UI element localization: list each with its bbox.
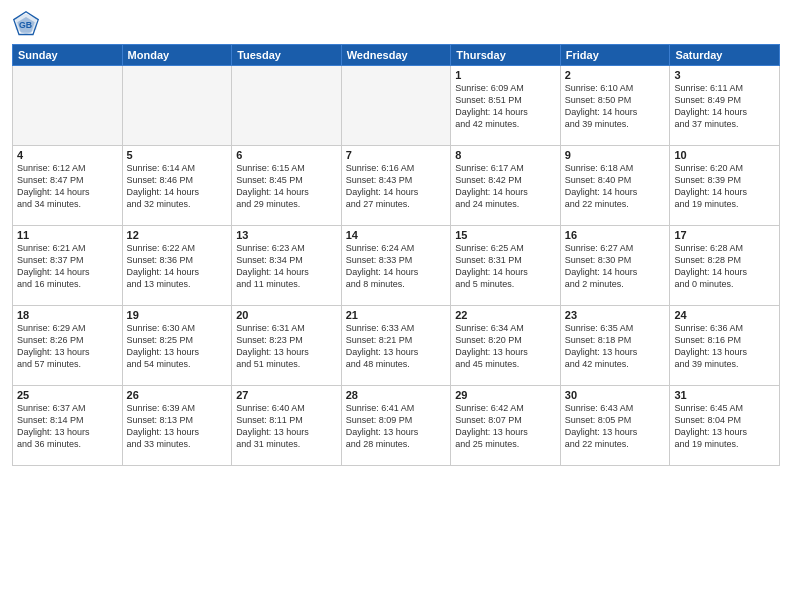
- day-detail: Sunrise: 6:09 AM Sunset: 8:51 PM Dayligh…: [455, 82, 556, 131]
- calendar-cell: 24Sunrise: 6:36 AM Sunset: 8:16 PM Dayli…: [670, 306, 780, 386]
- calendar-cell: 25Sunrise: 6:37 AM Sunset: 8:14 PM Dayli…: [13, 386, 123, 466]
- day-number: 11: [17, 229, 118, 241]
- day-number: 2: [565, 69, 666, 81]
- day-number: 29: [455, 389, 556, 401]
- calendar-cell: 14Sunrise: 6:24 AM Sunset: 8:33 PM Dayli…: [341, 226, 451, 306]
- calendar-cell: 31Sunrise: 6:45 AM Sunset: 8:04 PM Dayli…: [670, 386, 780, 466]
- calendar-cell: [13, 66, 123, 146]
- day-number: 8: [455, 149, 556, 161]
- day-detail: Sunrise: 6:29 AM Sunset: 8:26 PM Dayligh…: [17, 322, 118, 371]
- day-number: 19: [127, 309, 228, 321]
- day-detail: Sunrise: 6:45 AM Sunset: 8:04 PM Dayligh…: [674, 402, 775, 451]
- calendar-cell: 21Sunrise: 6:33 AM Sunset: 8:21 PM Dayli…: [341, 306, 451, 386]
- calendar-cell: 8Sunrise: 6:17 AM Sunset: 8:42 PM Daylig…: [451, 146, 561, 226]
- calendar-week-1: 1Sunrise: 6:09 AM Sunset: 8:51 PM Daylig…: [13, 66, 780, 146]
- day-detail: Sunrise: 6:17 AM Sunset: 8:42 PM Dayligh…: [455, 162, 556, 211]
- day-detail: Sunrise: 6:30 AM Sunset: 8:25 PM Dayligh…: [127, 322, 228, 371]
- calendar-cell: 12Sunrise: 6:22 AM Sunset: 8:36 PM Dayli…: [122, 226, 232, 306]
- calendar-cell: 11Sunrise: 6:21 AM Sunset: 8:37 PM Dayli…: [13, 226, 123, 306]
- day-number: 28: [346, 389, 447, 401]
- day-detail: Sunrise: 6:33 AM Sunset: 8:21 PM Dayligh…: [346, 322, 447, 371]
- day-detail: Sunrise: 6:27 AM Sunset: 8:30 PM Dayligh…: [565, 242, 666, 291]
- day-number: 4: [17, 149, 118, 161]
- day-number: 22: [455, 309, 556, 321]
- weekday-header-wednesday: Wednesday: [341, 45, 451, 66]
- day-detail: Sunrise: 6:37 AM Sunset: 8:14 PM Dayligh…: [17, 402, 118, 451]
- weekday-header-row: SundayMondayTuesdayWednesdayThursdayFrid…: [13, 45, 780, 66]
- calendar-cell: 5Sunrise: 6:14 AM Sunset: 8:46 PM Daylig…: [122, 146, 232, 226]
- weekday-header-sunday: Sunday: [13, 45, 123, 66]
- svg-text:GB: GB: [19, 20, 32, 30]
- day-detail: Sunrise: 6:25 AM Sunset: 8:31 PM Dayligh…: [455, 242, 556, 291]
- calendar-cell: 6Sunrise: 6:15 AM Sunset: 8:45 PM Daylig…: [232, 146, 342, 226]
- day-number: 17: [674, 229, 775, 241]
- day-detail: Sunrise: 6:28 AM Sunset: 8:28 PM Dayligh…: [674, 242, 775, 291]
- day-number: 24: [674, 309, 775, 321]
- day-detail: Sunrise: 6:24 AM Sunset: 8:33 PM Dayligh…: [346, 242, 447, 291]
- calendar-cell: 18Sunrise: 6:29 AM Sunset: 8:26 PM Dayli…: [13, 306, 123, 386]
- calendar-week-2: 4Sunrise: 6:12 AM Sunset: 8:47 PM Daylig…: [13, 146, 780, 226]
- day-detail: Sunrise: 6:10 AM Sunset: 8:50 PM Dayligh…: [565, 82, 666, 131]
- day-detail: Sunrise: 6:41 AM Sunset: 8:09 PM Dayligh…: [346, 402, 447, 451]
- day-number: 27: [236, 389, 337, 401]
- calendar-cell: 29Sunrise: 6:42 AM Sunset: 8:07 PM Dayli…: [451, 386, 561, 466]
- day-detail: Sunrise: 6:40 AM Sunset: 8:11 PM Dayligh…: [236, 402, 337, 451]
- day-number: 12: [127, 229, 228, 241]
- day-detail: Sunrise: 6:43 AM Sunset: 8:05 PM Dayligh…: [565, 402, 666, 451]
- day-detail: Sunrise: 6:34 AM Sunset: 8:20 PM Dayligh…: [455, 322, 556, 371]
- day-number: 23: [565, 309, 666, 321]
- day-number: 10: [674, 149, 775, 161]
- weekday-header-friday: Friday: [560, 45, 670, 66]
- day-detail: Sunrise: 6:15 AM Sunset: 8:45 PM Dayligh…: [236, 162, 337, 211]
- page-container: GB SundayMondayTuesdayWednesdayThursdayF…: [0, 0, 792, 612]
- day-number: 13: [236, 229, 337, 241]
- day-number: 21: [346, 309, 447, 321]
- logo-icon: GB: [12, 10, 40, 38]
- day-detail: Sunrise: 6:18 AM Sunset: 8:40 PM Dayligh…: [565, 162, 666, 211]
- calendar-cell: 17Sunrise: 6:28 AM Sunset: 8:28 PM Dayli…: [670, 226, 780, 306]
- day-number: 31: [674, 389, 775, 401]
- day-detail: Sunrise: 6:22 AM Sunset: 8:36 PM Dayligh…: [127, 242, 228, 291]
- calendar-cell: 30Sunrise: 6:43 AM Sunset: 8:05 PM Dayli…: [560, 386, 670, 466]
- day-number: 25: [17, 389, 118, 401]
- calendar-cell: 9Sunrise: 6:18 AM Sunset: 8:40 PM Daylig…: [560, 146, 670, 226]
- day-detail: Sunrise: 6:42 AM Sunset: 8:07 PM Dayligh…: [455, 402, 556, 451]
- calendar-cell: 3Sunrise: 6:11 AM Sunset: 8:49 PM Daylig…: [670, 66, 780, 146]
- day-number: 3: [674, 69, 775, 81]
- weekday-header-monday: Monday: [122, 45, 232, 66]
- calendar-week-3: 11Sunrise: 6:21 AM Sunset: 8:37 PM Dayli…: [13, 226, 780, 306]
- day-number: 7: [346, 149, 447, 161]
- day-number: 5: [127, 149, 228, 161]
- header: GB: [12, 10, 780, 38]
- day-number: 20: [236, 309, 337, 321]
- day-number: 16: [565, 229, 666, 241]
- calendar-cell: 23Sunrise: 6:35 AM Sunset: 8:18 PM Dayli…: [560, 306, 670, 386]
- calendar-cell: 10Sunrise: 6:20 AM Sunset: 8:39 PM Dayli…: [670, 146, 780, 226]
- calendar-cell: 4Sunrise: 6:12 AM Sunset: 8:47 PM Daylig…: [13, 146, 123, 226]
- calendar-cell: 15Sunrise: 6:25 AM Sunset: 8:31 PM Dayli…: [451, 226, 561, 306]
- calendar-cell: 1Sunrise: 6:09 AM Sunset: 8:51 PM Daylig…: [451, 66, 561, 146]
- day-detail: Sunrise: 6:14 AM Sunset: 8:46 PM Dayligh…: [127, 162, 228, 211]
- day-number: 26: [127, 389, 228, 401]
- calendar-cell: 20Sunrise: 6:31 AM Sunset: 8:23 PM Dayli…: [232, 306, 342, 386]
- day-detail: Sunrise: 6:11 AM Sunset: 8:49 PM Dayligh…: [674, 82, 775, 131]
- calendar-cell: 2Sunrise: 6:10 AM Sunset: 8:50 PM Daylig…: [560, 66, 670, 146]
- calendar-cell: 22Sunrise: 6:34 AM Sunset: 8:20 PM Dayli…: [451, 306, 561, 386]
- calendar-cell: 7Sunrise: 6:16 AM Sunset: 8:43 PM Daylig…: [341, 146, 451, 226]
- calendar-table: SundayMondayTuesdayWednesdayThursdayFrid…: [12, 44, 780, 466]
- day-detail: Sunrise: 6:20 AM Sunset: 8:39 PM Dayligh…: [674, 162, 775, 211]
- calendar-cell: 19Sunrise: 6:30 AM Sunset: 8:25 PM Dayli…: [122, 306, 232, 386]
- day-number: 14: [346, 229, 447, 241]
- day-detail: Sunrise: 6:16 AM Sunset: 8:43 PM Dayligh…: [346, 162, 447, 211]
- calendar-cell: 27Sunrise: 6:40 AM Sunset: 8:11 PM Dayli…: [232, 386, 342, 466]
- weekday-header-thursday: Thursday: [451, 45, 561, 66]
- day-number: 15: [455, 229, 556, 241]
- calendar-cell: 26Sunrise: 6:39 AM Sunset: 8:13 PM Dayli…: [122, 386, 232, 466]
- weekday-header-saturday: Saturday: [670, 45, 780, 66]
- day-number: 30: [565, 389, 666, 401]
- day-number: 9: [565, 149, 666, 161]
- calendar-week-5: 25Sunrise: 6:37 AM Sunset: 8:14 PM Dayli…: [13, 386, 780, 466]
- day-detail: Sunrise: 6:35 AM Sunset: 8:18 PM Dayligh…: [565, 322, 666, 371]
- calendar-cell: 13Sunrise: 6:23 AM Sunset: 8:34 PM Dayli…: [232, 226, 342, 306]
- calendar-cell: [122, 66, 232, 146]
